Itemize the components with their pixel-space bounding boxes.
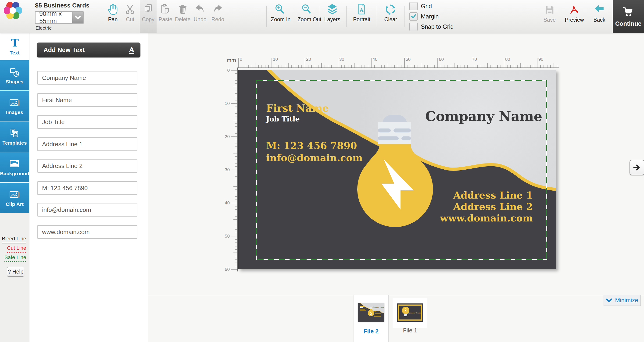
- ruler-tick: [235, 183, 237, 184]
- sidebar-item-shapes[interactable]: Shapes: [0, 60, 29, 90]
- chevron-down-icon: [606, 298, 612, 302]
- ruler-tick: [398, 65, 398, 68]
- sidebar-item-templates[interactable]: Templates: [0, 122, 29, 152]
- card-address-1[interactable]: Address Line 1: [453, 190, 533, 201]
- add-new-text-button[interactable]: Add New Text A: [37, 42, 140, 58]
- card-company-name[interactable]: Company Name: [425, 108, 542, 124]
- ruler-tick: [235, 110, 237, 110]
- ruler-tick: [534, 65, 534, 68]
- text-panel: Add New Text A: [30, 33, 148, 342]
- h-ruler-label: 70: [472, 57, 477, 62]
- ruler-tick: [530, 65, 531, 68]
- pan-button[interactable]: Pan: [104, 3, 122, 23]
- ruler-tick: [235, 196, 237, 197]
- sidebar-item-clip-art[interactable]: Clip Art: [0, 183, 29, 213]
- svg-text:A: A: [360, 7, 363, 13]
- ruler-tick: [235, 84, 237, 84]
- card-address-2[interactable]: Address Line 2: [453, 201, 533, 212]
- zoom-out-button[interactable]: Zoom Out: [298, 3, 316, 23]
- field-mobile[interactable]: [38, 181, 138, 195]
- back-button[interactable]: Back: [588, 4, 610, 23]
- ruler-tick: [364, 65, 365, 68]
- font-a-icon: A: [129, 46, 134, 54]
- ruler-tick: [268, 65, 269, 68]
- field-company-name[interactable]: [38, 71, 138, 84]
- paste-button[interactable]: Paste: [156, 3, 174, 23]
- shapes-icon: [9, 66, 21, 78]
- ruler-tick: [278, 65, 278, 68]
- preview-button[interactable]: Preview: [563, 4, 586, 23]
- ruler-tick: [321, 62, 322, 68]
- card-email[interactable]: info@domain.com: [266, 152, 363, 164]
- ruler-tick: [235, 176, 237, 176]
- grid-toggle[interactable]: Grid: [410, 2, 432, 10]
- undo-button[interactable]: Undo: [191, 3, 209, 23]
- file-2-label[interactable]: File 2: [354, 328, 388, 335]
- ruler-tick: [328, 65, 328, 68]
- field-address-1[interactable]: [38, 137, 138, 151]
- ruler-tick: [540, 65, 541, 68]
- field-address-2[interactable]: [38, 159, 138, 173]
- card-website[interactable]: www.domain.com: [440, 212, 533, 224]
- card-first-name[interactable]: First Name: [266, 102, 329, 114]
- templates-icon: [9, 128, 21, 140]
- background-icon: [9, 158, 21, 170]
- next-side-button[interactable]: [630, 160, 644, 175]
- ruler-tick: [394, 65, 395, 68]
- card-artwork: [238, 70, 556, 269]
- ruler-tick: [235, 143, 237, 144]
- toolbar-divider: [191, 6, 192, 27]
- ruler-tick: [234, 153, 237, 154]
- copy-button[interactable]: Copy: [139, 3, 157, 23]
- ruler-tick: [460, 65, 461, 68]
- ruler-tick: [242, 65, 242, 68]
- redo-button[interactable]: Redo: [209, 3, 227, 23]
- field-website[interactable]: [38, 225, 138, 239]
- card-job-title[interactable]: Job Title: [266, 115, 300, 123]
- card-mobile[interactable]: M: 123 456 7890: [266, 140, 357, 152]
- margin-toggle[interactable]: Margin: [410, 12, 438, 20]
- ruler-tick: [494, 65, 494, 68]
- delete-button[interactable]: Delete: [174, 3, 192, 23]
- snap-to-grid-toggle[interactable]: Snap to Grid: [410, 22, 454, 31]
- ruler-tick: [344, 65, 345, 68]
- file-1-tab[interactable]: Company Name: [392, 298, 428, 328]
- size-select[interactable]: 90mm x 55mm: [35, 11, 84, 24]
- h-ruler-label: 10: [273, 57, 278, 62]
- field-job-title[interactable]: [38, 115, 138, 129]
- pdf-preview-icon: [568, 4, 580, 16]
- ruler-tick: [424, 65, 424, 68]
- file-2-tab[interactable]: Company Name File 2: [354, 295, 388, 342]
- layers-button[interactable]: Layers: [323, 3, 342, 23]
- file-1-label[interactable]: File 1: [397, 327, 423, 334]
- ruler-tick: [408, 65, 408, 68]
- business-card-design[interactable]: First Name Job Title M: 123 456 7890 inf…: [238, 70, 556, 269]
- field-first-name[interactable]: [38, 93, 138, 107]
- ruler-tick: [517, 65, 518, 68]
- thumb1-company: Company Name: [408, 312, 421, 314]
- clear-button[interactable]: Clear: [382, 3, 400, 23]
- chevron-down-icon[interactable]: [72, 12, 83, 23]
- ruler-tick: [235, 93, 237, 94]
- h-ruler-label: 50: [406, 57, 410, 62]
- sidebar-item-text[interactable]: T Text: [0, 33, 29, 60]
- continue-button[interactable]: Continue: [613, 0, 644, 33]
- ruler-tick: [484, 65, 484, 68]
- grid-checkbox[interactable]: [410, 2, 418, 10]
- portrait-button[interactable]: A Portrait: [352, 3, 371, 23]
- toolbar-divider: [320, 6, 320, 27]
- minimize-button[interactable]: Minimize: [604, 295, 641, 306]
- zoom-in-button[interactable]: Zoom In: [271, 3, 289, 23]
- sidebar-item-background[interactable]: Background: [0, 152, 29, 182]
- sidebar-item-images[interactable]: Images: [0, 91, 29, 121]
- save-button[interactable]: Save: [538, 4, 561, 23]
- h-ruler-label: 90: [538, 57, 543, 62]
- snap-to-grid-checkbox[interactable]: [410, 23, 418, 31]
- cut-button[interactable]: Cut: [121, 3, 139, 23]
- field-email[interactable]: [38, 203, 138, 216]
- layers-icon: [326, 3, 338, 16]
- ruler-tick: [302, 65, 302, 68]
- margin-checkbox[interactable]: [410, 12, 418, 20]
- help-button[interactable]: ? Help: [7, 267, 24, 276]
- ruler-tick: [231, 170, 237, 170]
